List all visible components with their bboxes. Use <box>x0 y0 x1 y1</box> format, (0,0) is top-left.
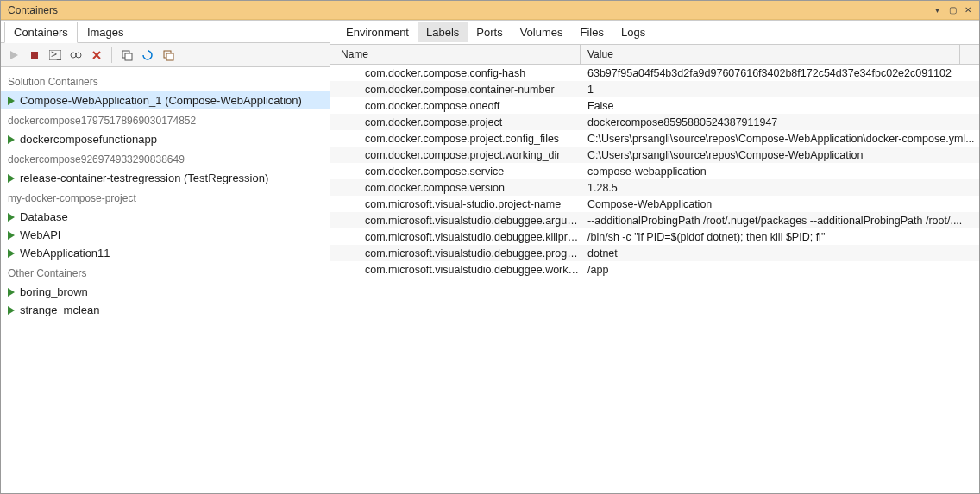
label-value: False <box>581 100 979 112</box>
labels-table-body[interactable]: com.docker.compose.config-hash63b97f95a0… <box>330 65 979 493</box>
container-item[interactable]: WebApplication11 <box>1 244 330 262</box>
terminal-button[interactable]: >_ <box>46 46 65 65</box>
label-value: Compose-WebApplication <box>581 198 979 210</box>
label-name: com.microsoft.visualstudio.debuggee.prog… <box>330 247 581 260</box>
labels-table-header: Name Value <box>330 45 979 65</box>
titlebar[interactable]: Containers ▾ ▢ ✕ <box>1 1 979 20</box>
label-name: com.microsoft.visualstudio.debuggee.argu… <box>330 215 581 227</box>
container-item[interactable]: strange_mclean <box>1 301 330 319</box>
label-value: dotnet <box>581 247 979 260</box>
container-label: WebApplication11 <box>20 247 110 260</box>
detail-tab-ports[interactable]: Ports <box>468 22 511 42</box>
detail-tab-logs[interactable]: Logs <box>612 22 654 42</box>
svg-marker-0 <box>10 51 18 59</box>
label-name: com.docker.compose.oneoff <box>330 100 581 112</box>
table-row[interactable]: com.microsoft.visual-studio.project-name… <box>330 196 979 212</box>
running-icon <box>8 249 15 258</box>
container-item[interactable]: release-container-testregression (TestRe… <box>1 169 330 187</box>
label-name: com.docker.compose.container-number <box>330 84 581 96</box>
container-item[interactable]: Compose-WebApplication_1 (Compose-WebApp… <box>1 91 330 109</box>
left-pane-tabs: ContainersImages <box>1 21 330 43</box>
table-row[interactable]: com.docker.compose.container-number1 <box>330 81 979 97</box>
container-item[interactable]: WebAPI <box>1 226 330 244</box>
label-value: /app <box>581 264 979 276</box>
label-value: 63b97f95a04f54b3d2fa9d97607616f3402b8f17… <box>581 67 979 79</box>
svg-point-4 <box>71 53 76 58</box>
toolbar-separator <box>111 47 112 63</box>
detail-tab-environment[interactable]: Environment <box>337 22 418 42</box>
svg-rect-1 <box>31 52 38 59</box>
detail-tab-files[interactable]: Files <box>572 22 612 42</box>
label-name: com.docker.compose.config-hash <box>330 67 581 79</box>
detail-tab-volumes[interactable]: Volumes <box>512 22 572 42</box>
label-name: com.docker.compose.version <box>330 182 581 194</box>
tree-section-header: my-docker-compose-project <box>1 187 330 208</box>
table-row[interactable]: com.microsoft.visualstudio.debuggee.work… <box>330 261 979 278</box>
refresh-button[interactable] <box>138 46 157 65</box>
containers-tree[interactable]: Solution ContainersCompose-WebApplicatio… <box>1 67 330 493</box>
prune-button[interactable] <box>159 46 178 65</box>
table-row[interactable]: com.microsoft.visualstudio.debuggee.kill… <box>330 228 979 245</box>
container-label: Compose-WebApplication_1 (Compose-WebApp… <box>20 94 302 107</box>
running-icon <box>8 135 15 144</box>
maximize-icon[interactable]: ▢ <box>946 4 958 16</box>
table-row[interactable]: com.docker.compose.servicecompose-webapp… <box>330 163 979 179</box>
column-value[interactable]: Value <box>581 45 960 64</box>
label-value: C:\Users\prsangli\source\repos\Compose-W… <box>581 149 979 161</box>
container-label: Database <box>20 210 68 223</box>
label-value: 1.28.5 <box>581 182 979 194</box>
tree-section-header: dockercompose17975178969030174852 <box>1 109 330 130</box>
running-icon <box>8 231 15 240</box>
table-row[interactable]: com.docker.compose.project.working_dirC:… <box>330 147 979 163</box>
label-value: --additionalProbingPath /root/.nuget/pac… <box>581 215 979 227</box>
label-value: compose-webapplication <box>581 166 979 178</box>
label-value: C:\Users\prsangli\source\repos\Compose-W… <box>581 133 979 145</box>
close-icon[interactable]: ✕ <box>962 4 974 16</box>
container-item[interactable]: boring_brown <box>1 283 330 301</box>
tree-section-header: Solution Containers <box>1 71 330 91</box>
container-label: release-container-testregression (TestRe… <box>20 172 268 184</box>
right-pane: EnvironmentLabelsPortsVolumesFilesLogs N… <box>330 21 979 493</box>
start-button[interactable] <box>4 46 23 65</box>
label-name: com.docker.compose.project.working_dir <box>330 149 581 161</box>
container-label: boring_brown <box>20 285 88 298</box>
label-name: com.docker.compose.service <box>330 166 581 178</box>
dropdown-icon[interactable]: ▾ <box>931 4 943 16</box>
container-label: dockercomposefunctionapp <box>20 133 157 146</box>
left-tab-containers[interactable]: Containers <box>4 22 78 43</box>
table-row[interactable]: com.docker.compose.project.config_filesC… <box>330 130 979 147</box>
left-pane: ContainersImages >_ <box>1 21 330 493</box>
running-icon <box>8 213 15 222</box>
running-icon <box>8 306 15 315</box>
window-title: Containers <box>4 4 58 16</box>
table-row[interactable]: com.microsoft.visualstudio.debuggee.prog… <box>330 245 979 261</box>
attach-button[interactable] <box>66 46 85 65</box>
remove-button[interactable] <box>87 46 106 65</box>
label-name: com.microsoft.visualstudio.debuggee.work… <box>330 264 581 276</box>
container-label: WebAPI <box>20 228 60 241</box>
running-icon <box>8 288 15 297</box>
svg-rect-12 <box>166 53 173 60</box>
copy-button[interactable] <box>117 46 136 65</box>
column-name[interactable]: Name <box>330 45 581 64</box>
container-item[interactable]: dockercomposefunctionapp <box>1 130 330 148</box>
label-value: dockercompose8595880524387911947 <box>581 116 979 128</box>
containers-toolbar: >_ <box>1 43 330 67</box>
table-row[interactable]: com.docker.compose.oneoffFalse <box>330 97 979 114</box>
detail-tabs: EnvironmentLabelsPortsVolumesFilesLogs <box>330 21 979 45</box>
column-spacer <box>960 45 979 64</box>
detail-tab-labels[interactable]: Labels <box>418 22 468 42</box>
svg-rect-9 <box>125 53 132 60</box>
running-icon <box>8 174 15 183</box>
label-name: com.docker.compose.project.config_files <box>330 133 581 145</box>
table-row[interactable]: com.docker.compose.config-hash63b97f95a0… <box>330 65 979 81</box>
table-row[interactable]: com.microsoft.visualstudio.debuggee.argu… <box>330 212 979 228</box>
table-row[interactable]: com.docker.compose.version1.28.5 <box>330 179 979 196</box>
container-label: strange_mclean <box>20 303 100 316</box>
table-row[interactable]: com.docker.compose.projectdockercompose8… <box>330 114 979 130</box>
tree-section-header: dockercompose926974933290838649 <box>1 148 330 169</box>
stop-button[interactable] <box>25 46 44 65</box>
container-item[interactable]: Database <box>1 208 330 226</box>
left-tab-images[interactable]: Images <box>78 22 134 42</box>
svg-point-5 <box>76 53 81 58</box>
